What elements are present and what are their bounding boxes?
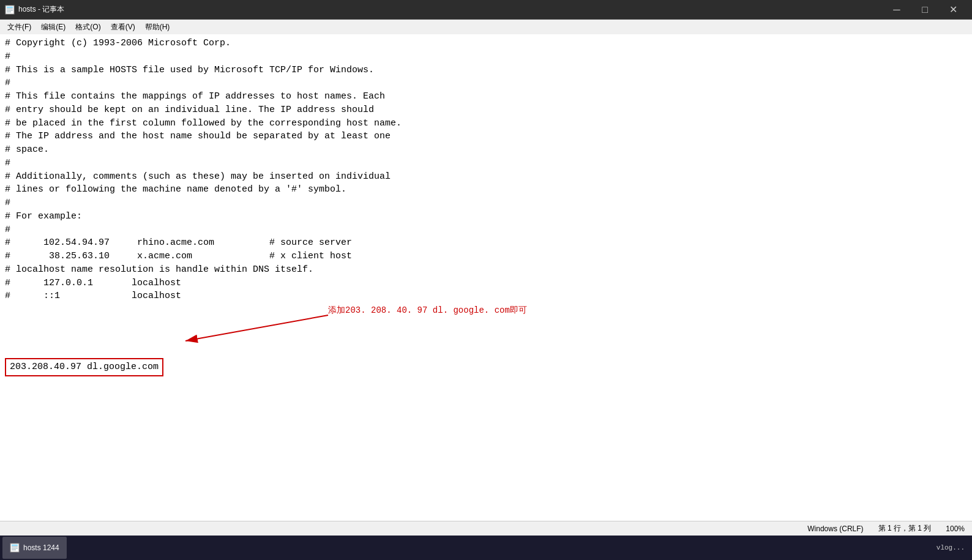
svg-rect-9 (12, 545, 18, 546)
line-11: # Additionally, comments (such as these)… (5, 170, 967, 184)
line-7: # be placed in the first column followed… (5, 117, 967, 130)
annotation-arrow-svg: 添加203. 208. 40. 97 dl. google. com即可 (5, 297, 556, 352)
taskbar-blog: vlog... (936, 544, 965, 551)
line-19: # 127.0.0.1 localhost (5, 277, 967, 290)
status-encoding: Windows (CRLF) (807, 525, 863, 533)
status-line-col: 第 1 行，第 1 列 (878, 523, 932, 534)
highlighted-line: 203.208.40.97 dl.google.com (5, 358, 163, 376)
menu-help[interactable]: 帮助(H) (140, 21, 175, 34)
minimize-button[interactable]: ─ (883, 0, 911, 20)
line-10: # (5, 157, 967, 170)
taskbar-right: vlog... (932, 544, 970, 551)
menu-bar: 文件(F) 编辑(E) 格式(O) 查看(V) 帮助(H) (0, 20, 972, 34)
svg-rect-4 (7, 12, 11, 12)
status-zoom: 100% (946, 525, 965, 533)
menu-format[interactable]: 格式(O) (70, 21, 105, 34)
line-12: # lines or following the machine name de… (5, 183, 967, 196)
line-5: # This file contains the mappings of IP … (5, 90, 967, 103)
menu-file[interactable]: 文件(F) (2, 21, 36, 34)
status-bar: Windows (CRLF) 第 1 行，第 1 列 100% (0, 521, 972, 536)
close-button[interactable]: ✕ (939, 0, 967, 20)
title-bar: hosts - 记事本 ─ □ ✕ (0, 0, 972, 20)
svg-line-5 (185, 315, 328, 341)
line-15: # (5, 223, 967, 237)
notepad-icon (5, 5, 15, 15)
highlighted-entry-area: 203.208.40.97 dl.google.com (5, 353, 967, 379)
taskbar: hosts 1244 vlog... (0, 536, 972, 560)
line-1: # Copyright (c) 1993-2006 Microsoft Corp… (5, 37, 967, 50)
line-18: # localhost name resolution is handle wi… (5, 263, 967, 277)
line-16: # 102.54.94.97 rhino.acme.com # source s… (5, 236, 967, 250)
svg-rect-12 (12, 550, 16, 550)
window-controls: ─ □ ✕ (883, 0, 967, 20)
taskbar-notepad-icon (10, 543, 20, 553)
annotation-area: 添加203. 208. 40. 97 dl. google. com即可 (5, 303, 967, 352)
svg-rect-2 (7, 9, 13, 9)
taskbar-notepad-button[interactable]: hosts 1244 (2, 537, 67, 559)
svg-rect-1 (7, 7, 13, 8)
svg-text:添加203. 208. 40. 97  dl. google: 添加203. 208. 40. 97 dl. google. com即可 (328, 305, 527, 315)
svg-rect-3 (7, 10, 13, 10)
line-14: # For example: (5, 210, 967, 223)
maximize-button[interactable]: □ (911, 0, 939, 20)
taskbar-app-label: hosts 1244 (23, 543, 59, 552)
svg-rect-10 (12, 547, 18, 547)
line-8: # The IP address and the host name shoul… (5, 130, 967, 143)
window-title: hosts - 记事本 (18, 4, 883, 15)
editor-content[interactable]: # Copyright (c) 1993-2006 Microsoft Corp… (0, 34, 972, 506)
line-13: # (5, 196, 967, 210)
editor-container[interactable]: # Copyright (c) 1993-2006 Microsoft Corp… (0, 34, 972, 521)
menu-edit[interactable]: 编辑(E) (36, 21, 70, 34)
line-6: # entry should be kept on an individual … (5, 103, 967, 117)
line-20: # ::1 localhost (5, 289, 967, 303)
menu-view[interactable]: 查看(V) (106, 21, 140, 34)
line-3: # This is a sample HOSTS file used by Mi… (5, 64, 967, 77)
line-4: # (5, 77, 967, 90)
line-9: # space. (5, 143, 967, 157)
svg-rect-11 (12, 548, 18, 549)
line-17: # 38.25.63.10 x.acme.com # x client host (5, 250, 967, 263)
line-2: # (5, 50, 967, 64)
